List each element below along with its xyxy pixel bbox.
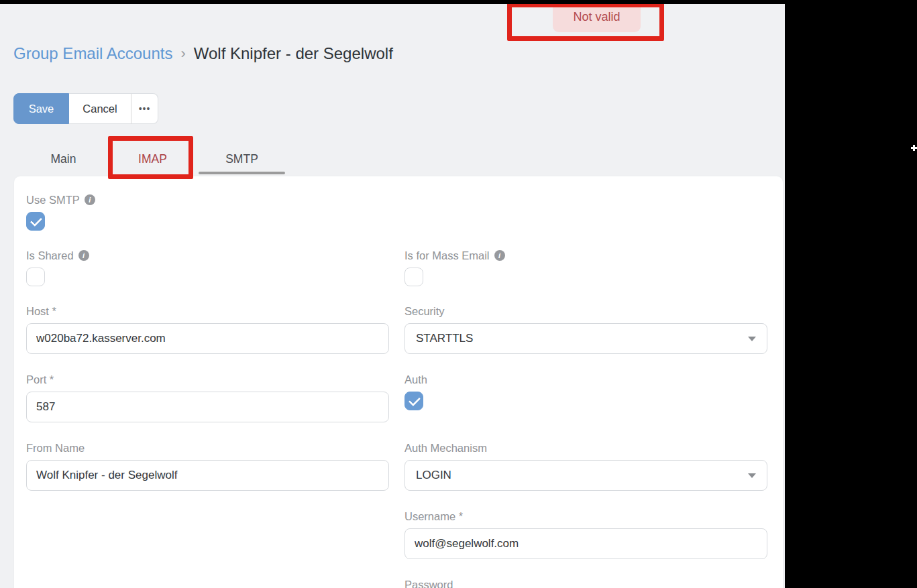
field-is-shared: Is Shared i — [26, 249, 389, 289]
toolbar: Save Cancel ••• — [13, 93, 158, 124]
field-use-smtp: Use SMTP i — [26, 193, 389, 233]
auth-label: Auth — [404, 373, 767, 386]
right-black-region — [785, 0, 917, 588]
app-background: Group Email Accounts › Wolf Knipfer - de… — [0, 0, 785, 588]
is-shared-label: Is Shared i — [26, 249, 389, 262]
use-smtp-checkbox[interactable] — [26, 212, 45, 231]
password-label: Password — [404, 578, 767, 588]
annotation-box-not-valid — [507, 3, 664, 41]
host-label: Host * — [26, 304, 389, 318]
breadcrumb-parent-link[interactable]: Group Email Accounts — [13, 44, 172, 63]
chevron-down-icon — [748, 473, 756, 478]
save-button[interactable]: Save — [13, 93, 69, 124]
security-selected-value: STARTTLS — [416, 332, 473, 345]
is-shared-checkbox[interactable] — [26, 268, 45, 286]
is-for-mass-email-label: Is for Mass Email i — [404, 249, 767, 262]
host-input[interactable] — [26, 323, 389, 354]
tab-main[interactable]: Main — [19, 142, 108, 176]
field-password: Password — [404, 578, 767, 588]
auth-checkbox[interactable] — [404, 392, 423, 410]
auth-mechanism-label: Auth Mechanism — [404, 441, 767, 455]
security-label: Security — [404, 304, 767, 318]
tab-smtp[interactable]: SMTP — [197, 142, 286, 176]
field-auth: Auth — [404, 373, 767, 422]
auth-mechanism-select[interactable]: LOGIN — [404, 460, 767, 491]
username-input[interactable] — [404, 528, 767, 559]
cursor-crosshair-icon — [911, 145, 917, 151]
breadcrumb-separator-icon: › — [180, 45, 185, 62]
use-smtp-label: Use SMTP i — [26, 193, 389, 207]
field-security: Security STARTTLS — [404, 304, 767, 354]
port-label: Port * — [26, 373, 389, 386]
from-name-input[interactable] — [26, 460, 389, 491]
info-icon[interactable]: i — [85, 194, 95, 205]
cancel-button[interactable]: Cancel — [69, 93, 131, 124]
username-label: Username * — [404, 510, 767, 523]
from-name-label: From Name — [26, 441, 389, 455]
field-username: Username * — [404, 510, 767, 559]
smtp-form-panel: Use SMTP i Is Shared i Is for Mass Email… — [13, 176, 784, 588]
is-for-mass-email-checkbox[interactable] — [404, 268, 423, 286]
chevron-down-icon — [748, 337, 756, 341]
field-host: Host * — [26, 304, 389, 354]
field-auth-mechanism: Auth Mechanism LOGIN — [404, 441, 767, 491]
page-title: Wolf Knipfer - der Segelwolf — [194, 44, 393, 63]
info-icon[interactable]: i — [494, 250, 505, 261]
field-from-name: From Name — [26, 441, 389, 491]
info-icon[interactable]: i — [78, 250, 89, 261]
top-black-strip — [0, 0, 917, 4]
more-actions-button[interactable]: ••• — [131, 93, 158, 124]
field-port: Port * — [26, 373, 389, 422]
port-input[interactable] — [26, 392, 389, 422]
breadcrumb: Group Email Accounts › Wolf Knipfer - de… — [13, 44, 393, 63]
field-is-for-mass-email: Is for Mass Email i — [404, 249, 767, 289]
annotation-box-imap-tab — [108, 136, 193, 179]
auth-mechanism-selected-value: LOGIN — [416, 469, 451, 482]
ellipsis-icon: ••• — [139, 103, 151, 114]
security-select[interactable]: STARTTLS — [404, 323, 767, 354]
